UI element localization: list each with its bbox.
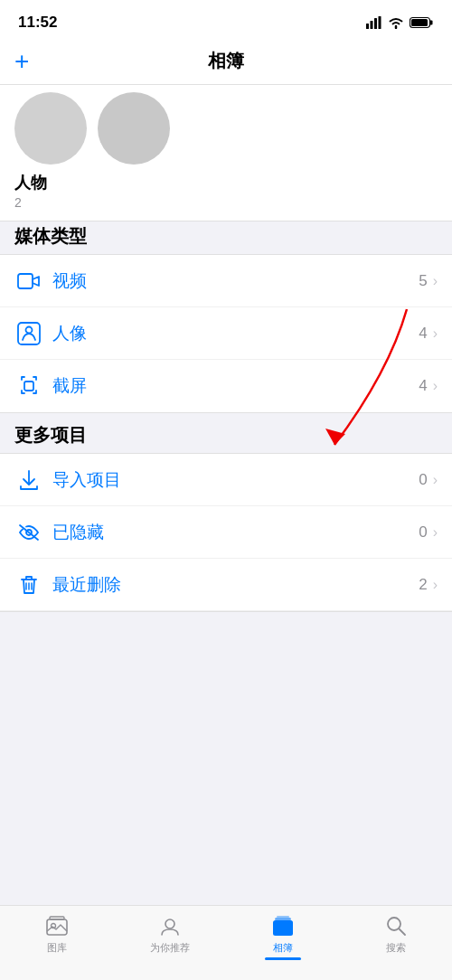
media-item-portrait[interactable]: 人像 4 › bbox=[0, 307, 452, 360]
tab-for-you[interactable]: 为你推荐 bbox=[113, 913, 226, 955]
deleted-label: 最近删除 bbox=[52, 573, 419, 597]
status-icons bbox=[366, 16, 434, 29]
more-section-spacer: 更多项目 bbox=[0, 413, 452, 453]
svg-rect-13 bbox=[47, 919, 67, 935]
svg-rect-14 bbox=[50, 917, 64, 919]
video-count: 5 bbox=[419, 272, 427, 290]
media-section-header: 媒体类型 bbox=[14, 224, 87, 249]
tab-gallery[interactable]: 图库 bbox=[0, 913, 113, 955]
hidden-label: 已隐藏 bbox=[52, 521, 419, 544]
screenshot-label: 截屏 bbox=[52, 374, 419, 398]
import-icon bbox=[14, 468, 43, 492]
battery-icon bbox=[410, 16, 434, 29]
wifi-icon bbox=[388, 16, 404, 29]
page-title: 相簿 bbox=[208, 49, 244, 73]
svg-rect-17 bbox=[273, 920, 293, 936]
hidden-icon bbox=[14, 521, 43, 544]
portrait-chevron: › bbox=[433, 325, 438, 342]
photo-library-icon bbox=[44, 913, 70, 938]
people-section: 人物 2 bbox=[0, 85, 452, 221]
tab-albums[interactable]: 相簿 bbox=[226, 913, 339, 958]
media-item-video[interactable]: 视频 5 › bbox=[0, 255, 452, 307]
add-album-button[interactable]: + bbox=[14, 49, 29, 74]
more-item-deleted[interactable]: 最近删除 2 › bbox=[0, 559, 452, 611]
person-thumbnail-1[interactable] bbox=[14, 92, 87, 165]
deleted-count: 2 bbox=[419, 576, 427, 594]
tab-search[interactable]: 搜索 bbox=[339, 913, 452, 955]
people-section-title: 人物 bbox=[14, 172, 438, 193]
nav-bar: + 相簿 bbox=[0, 40, 452, 85]
svg-rect-7 bbox=[18, 274, 33, 288]
svg-rect-0 bbox=[366, 24, 369, 29]
more-item-hidden[interactable]: 已隐藏 0 › bbox=[0, 506, 452, 559]
more-section-header: 更多项目 bbox=[14, 423, 87, 448]
more-items-list: 导入项目 0 › 已隐藏 0 › 最 bbox=[0, 453, 452, 612]
more-item-import[interactable]: 导入项目 0 › bbox=[0, 454, 452, 506]
portrait-count: 4 bbox=[419, 325, 427, 343]
screenshot-icon bbox=[14, 374, 43, 398]
video-chevron: › bbox=[433, 273, 438, 289]
svg-rect-10 bbox=[24, 382, 33, 391]
tab-gallery-label: 图库 bbox=[47, 941, 67, 955]
media-item-screenshot[interactable]: 截屏 4 › bbox=[0, 360, 452, 412]
deleted-chevron: › bbox=[433, 577, 438, 593]
screenshot-chevron: › bbox=[433, 378, 438, 394]
hidden-count: 0 bbox=[419, 523, 427, 542]
tab-search-label: 搜索 bbox=[386, 941, 406, 955]
import-chevron: › bbox=[433, 472, 438, 488]
import-count: 0 bbox=[419, 471, 427, 489]
tab-bar: 图库 为你推荐 相簿 搜索 bbox=[0, 905, 452, 980]
media-section-spacer: 媒体类型 bbox=[0, 221, 452, 254]
portrait-icon bbox=[14, 322, 43, 345]
trash-icon bbox=[14, 573, 43, 597]
search-icon bbox=[383, 913, 409, 938]
svg-rect-18 bbox=[275, 918, 291, 920]
video-label: 视频 bbox=[52, 269, 419, 293]
portrait-label: 人像 bbox=[52, 322, 419, 345]
albums-icon bbox=[270, 913, 296, 938]
svg-rect-6 bbox=[411, 19, 428, 26]
svg-point-9 bbox=[26, 326, 33, 333]
hidden-chevron: › bbox=[433, 524, 438, 541]
svg-rect-3 bbox=[379, 16, 381, 29]
svg-rect-5 bbox=[430, 21, 433, 25]
svg-point-16 bbox=[165, 919, 174, 928]
person-thumbnail-2[interactable] bbox=[98, 92, 170, 165]
screenshot-count: 4 bbox=[419, 377, 427, 395]
status-time: 11:52 bbox=[18, 14, 57, 32]
svg-rect-1 bbox=[371, 21, 373, 29]
signal-icon bbox=[366, 16, 382, 29]
tab-albums-label: 相簿 bbox=[273, 941, 293, 955]
import-label: 导入项目 bbox=[52, 468, 419, 492]
for-you-icon bbox=[157, 913, 183, 938]
video-icon bbox=[14, 269, 43, 293]
tab-active-indicator bbox=[265, 957, 301, 960]
svg-rect-19 bbox=[277, 916, 289, 918]
tab-for-you-label: 为你推荐 bbox=[150, 941, 190, 955]
svg-rect-2 bbox=[374, 18, 377, 29]
status-bar: 11:52 bbox=[0, 0, 452, 40]
media-types-list: 视频 5 › 人像 4 › 截屏 4 › bbox=[0, 254, 452, 413]
people-section-count: 2 bbox=[14, 195, 438, 210]
people-thumbnails bbox=[14, 92, 438, 165]
